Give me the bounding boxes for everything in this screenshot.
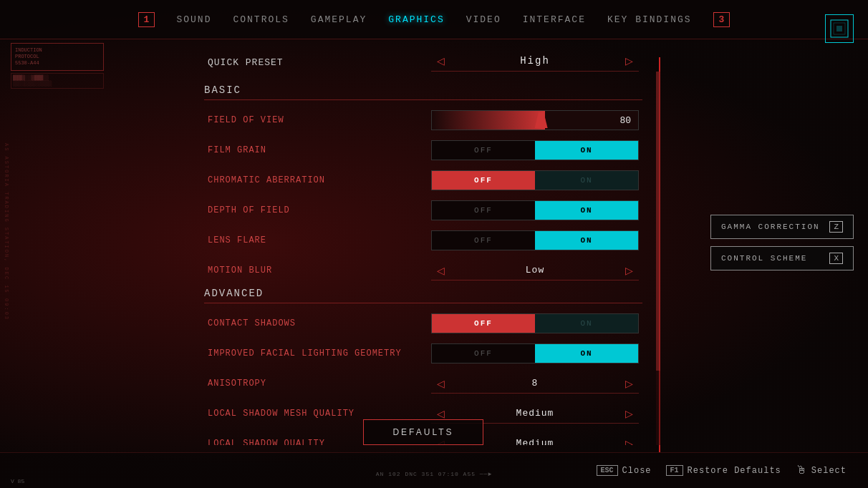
facial-on[interactable]: ON	[535, 344, 638, 363]
setting-filmgrain-label: Film Grain	[208, 145, 431, 155]
setting-dof-label: Depth of Field	[208, 205, 431, 215]
chromatic-toggle[interactable]: OFF ON	[431, 170, 639, 190]
chromatic-off[interactable]: OFF	[432, 171, 535, 190]
restore-defaults-label: Restore Defaults	[688, 466, 781, 476]
restore-defaults-action[interactable]: F1 Restore Defaults	[666, 465, 781, 476]
shadowmesh-value: Medium	[450, 408, 619, 419]
f1-key: F1	[666, 465, 683, 476]
motionblur-value: Low	[450, 265, 619, 275]
select-label: Select	[811, 466, 847, 476]
nav-interface[interactable]: INTERFACE	[523, 14, 586, 25]
anisotropy-value: 8	[450, 378, 619, 389]
contacts-toggle[interactable]: OFF ON	[431, 313, 639, 333]
defaults-btn-container: DEFAULTS	[201, 419, 646, 445]
motionblur-arrow-left[interactable]: ◁	[431, 263, 450, 278]
svg-rect-2	[836, 26, 842, 31]
quick-preset-control: ◁ High ▷	[431, 54, 639, 72]
setting-motionblur-row: Motion Blur ◁ Low ▷	[204, 258, 642, 283]
section-advanced: Advanced	[204, 288, 642, 303]
shadowmesh-arrow-right[interactable]: ▷	[619, 406, 639, 421]
left-deco-line2: PROTOCOL	[15, 54, 100, 60]
lensflare-on[interactable]: ON	[535, 231, 638, 250]
nav-gameplay[interactable]: GAMEPLAY	[311, 14, 367, 25]
dof-off[interactable]: OFF	[432, 201, 535, 220]
close-label: Close	[622, 466, 652, 476]
lensflare-off[interactable]: OFF	[432, 231, 535, 250]
filmgrain-on[interactable]: ON	[535, 141, 638, 160]
dof-on[interactable]: ON	[535, 201, 638, 220]
setting-dof-row: Depth of Field OFF ON	[204, 197, 642, 223]
dof-toggle[interactable]: OFF ON	[431, 200, 639, 220]
control-scheme-btn[interactable]: CONTROL SCHEME X	[710, 246, 854, 270]
setting-chromatic-row: Chromatic Aberration OFF ON	[204, 167, 642, 193]
left-deco-line3: 5530-A44	[15, 60, 100, 67]
setting-motionblur-label: Motion Blur	[208, 265, 431, 275]
setting-anisotropy-label: Anisotropy	[208, 379, 431, 389]
corner-decoration	[825, 14, 854, 43]
setting-chromatic-label: Chromatic Aberration	[208, 175, 431, 185]
filmgrain-off[interactable]: OFF	[432, 141, 535, 160]
scroll-thumb	[656, 72, 660, 371]
select-action[interactable]: 🖱 Select	[796, 464, 847, 477]
left-deco-line1: INDUCTION	[15, 47, 100, 54]
gamma-correction-btn[interactable]: GAMMA CORRECTION Z	[710, 215, 854, 239]
setting-fov-row: Field of View 80	[204, 107, 642, 133]
facial-off[interactable]: OFF	[432, 344, 535, 363]
facial-toggle[interactable]: OFF ON	[431, 343, 639, 363]
shadowmesh-arrow-left[interactable]: ◁	[431, 406, 450, 421]
setting-lensflare-label: Lens Flare	[208, 235, 431, 245]
quick-preset-row: Quick Preset ◁ High ▷	[204, 54, 642, 72]
setting-facial-label: Improved Facial Lighting Geometry	[208, 348, 431, 358]
gamma-correction-key: Z	[829, 221, 843, 233]
anisotropy-arrow-left[interactable]: ◁	[431, 376, 450, 391]
bottom-bar: ESC Close F1 Restore Defaults 🖱 Select	[0, 452, 868, 488]
setting-lensflare-row: Lens Flare OFF ON	[204, 228, 642, 253]
setting-filmgrain-row: Film Grain OFF ON	[204, 137, 642, 163]
section-basic: Basic	[204, 84, 642, 100]
right-panel: GAMMA CORRECTION Z CONTROL SCHEME X	[710, 43, 854, 270]
control-scheme-key: X	[829, 253, 843, 264]
lensflare-toggle[interactable]: OFF ON	[431, 230, 639, 250]
defaults-button[interactable]: DEFAULTS	[363, 419, 483, 445]
nav-video[interactable]: VIDEO	[466, 14, 501, 25]
scroll-indicator	[656, 72, 660, 445]
control-scheme-label: CONTROL SCHEME	[721, 254, 807, 263]
esc-key: ESC	[597, 465, 618, 476]
setting-fov-label: Field of View	[208, 115, 431, 125]
anisotropy-control[interactable]: ◁ 8 ▷	[431, 374, 639, 394]
top-navigation: 1 SOUND CONTROLS GAMEPLAY GRAPHICS VIDEO…	[0, 0, 868, 39]
contacts-on[interactable]: ON	[535, 314, 638, 333]
gamma-correction-label: GAMMA CORRECTION	[721, 223, 820, 231]
fov-slider-fill	[432, 111, 545, 130]
setting-facial-row: Improved Facial Lighting Geometry OFF ON	[204, 341, 642, 366]
fov-slider[interactable]: 80	[431, 110, 639, 130]
nav-box-right: 3	[713, 12, 730, 27]
setting-anisotropy-row: Anisotropy ◁ 8 ▷	[204, 371, 642, 396]
nav-keybindings[interactable]: KEY BINDINGS	[607, 14, 692, 25]
nav-sound[interactable]: SOUND	[176, 14, 211, 25]
anisotropy-arrow-right[interactable]: ▷	[619, 376, 639, 391]
left-deco-extra: ▓▓▓▒░░▒▓▓▓░░ ░░░░░░░░░░░░░	[11, 73, 104, 89]
contacts-off[interactable]: OFF	[432, 314, 535, 333]
setting-contacts-row: Contact Shadows OFF ON	[204, 311, 642, 336]
main-content: Quick Preset ◁ High ▷ Basic Field of Vie…	[201, 47, 646, 445]
preset-arrow-left[interactable]: ◁	[431, 54, 450, 68]
preset-value: High	[450, 55, 619, 67]
left-decoration: INDUCTION PROTOCOL 5530-A44 ▓▓▓▒░░▒▓▓▓░░…	[11, 43, 104, 89]
left-vertical-text: AS ASTORIA TRADING STATION, DEC 15 09:03	[4, 143, 9, 321]
setting-shadowmesh-label: Local Shadow Mesh Quality	[208, 409, 431, 419]
corner-icon	[829, 19, 849, 39]
preset-arrow-right[interactable]: ▷	[619, 54, 639, 68]
mouse-icon: 🖱	[796, 464, 807, 477]
filmgrain-toggle[interactable]: OFF ON	[431, 140, 639, 160]
nav-controls[interactable]: CONTROLS	[233, 14, 289, 25]
bottom-center-text: AN 102 DNC 351 07:10 A55 ──►	[376, 471, 492, 477]
fov-slider-value: 80	[619, 115, 631, 126]
close-action[interactable]: ESC Close	[597, 465, 652, 476]
motionblur-arrow-right[interactable]: ▷	[619, 263, 639, 278]
motionblur-control[interactable]: ◁ Low ▷	[431, 260, 639, 280]
nav-graphics[interactable]: GRAPHICS	[388, 14, 444, 25]
quick-preset-label: Quick Preset	[208, 57, 284, 68]
nav-box-left: 1	[138, 12, 155, 27]
chromatic-on[interactable]: ON	[535, 171, 638, 190]
